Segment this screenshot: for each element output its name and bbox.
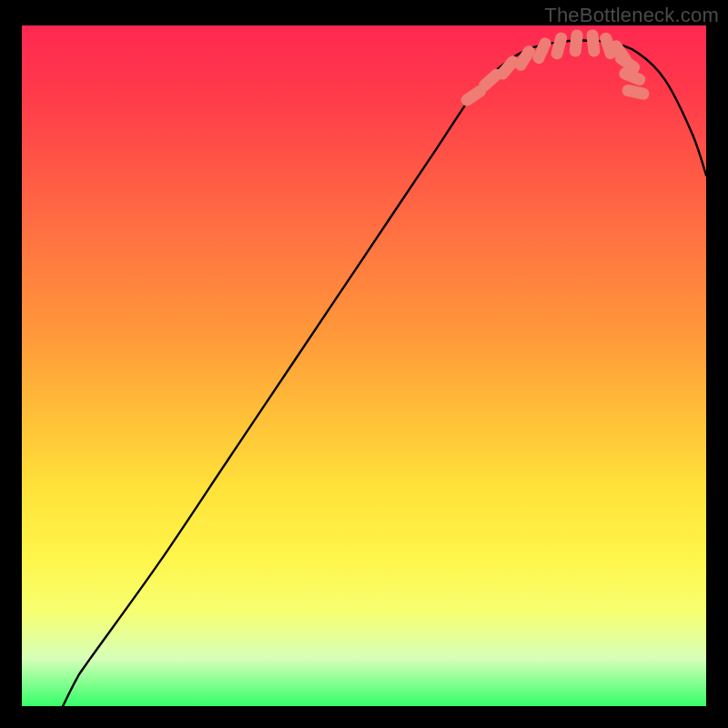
chart-svg — [22, 25, 706, 706]
optimum-marker — [622, 84, 651, 101]
optimum-marker — [550, 31, 568, 60]
optimum-marker — [586, 29, 601, 57]
marker-group — [459, 29, 650, 108]
watermark-text: TheBottleneck.com — [544, 4, 719, 27]
plot-area — [22, 25, 706, 706]
chart-frame: TheBottleneck.com — [0, 0, 728, 728]
bottleneck-curve — [63, 40, 706, 706]
optimum-marker — [569, 29, 583, 57]
